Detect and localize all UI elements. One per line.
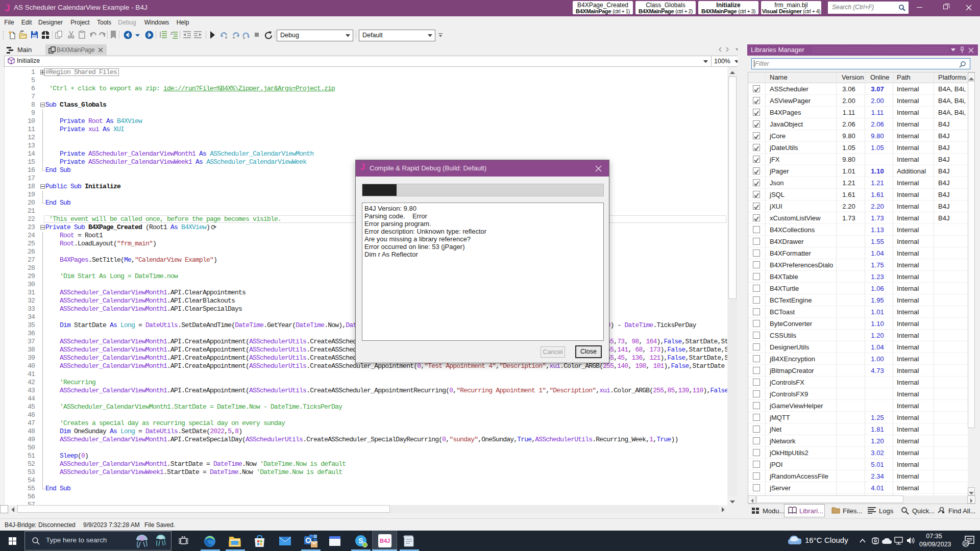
svg-text:S: S xyxy=(358,537,363,545)
svg-text:2: 2 xyxy=(170,31,173,36)
svg-text:20: 20 xyxy=(963,541,968,546)
